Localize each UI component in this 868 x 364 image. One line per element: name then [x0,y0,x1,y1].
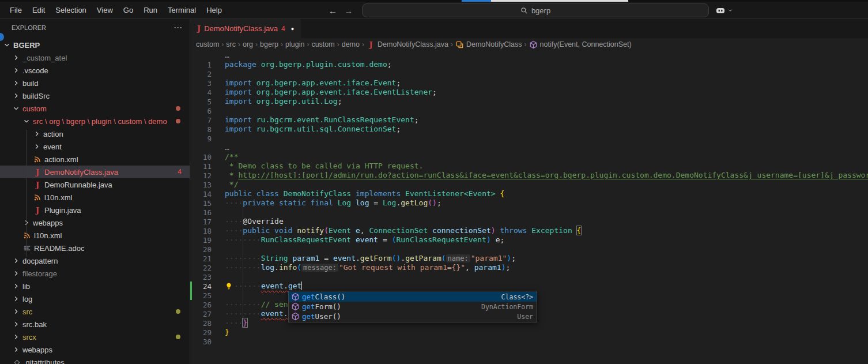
code-line[interactable]: 12 * http://[host]:[port]/admin/run.do?a… [190,171,868,180]
breadcrumb-item[interactable]: DemoNotifyClass [455,40,522,49]
code-line[interactable]: … [190,143,868,152]
code-line[interactable]: 29} [190,328,868,337]
menu-selection[interactable]: Selection [50,2,91,19]
code-line[interactable]: 23 [190,272,868,282]
tree-item[interactable]: event [0,140,190,153]
tab-demonotifyclass[interactable]: J DemoNotifyClass.java 4 ● [190,19,301,38]
chevron-down-icon [2,40,12,50]
code-line[interactable]: 1package org.bgerp.plugin.custom.demo; [190,60,868,69]
tab-bar: J DemoNotifyClass.java 4 ● [190,19,868,38]
code-line[interactable]: 6 [190,106,868,115]
tree-item[interactable]: buildSrc [0,89,190,102]
gutter [190,143,192,152]
tree-item[interactable]: docpattern [0,254,190,267]
line-number: 25 [192,291,212,300]
indent-guide [243,198,243,328]
code-line[interactable]: … [190,51,868,60]
menu-terminal[interactable]: Terminal [163,2,201,19]
tree-item[interactable]: JPlugin.java [0,204,190,216]
code-line[interactable]: 18····public void notify(Event e, Connec… [190,226,868,235]
more-actions-icon[interactable]: ⋯ [173,22,183,33]
tree-item[interactable]: log [0,292,190,305]
breadcrumb-item[interactable]: demo [342,40,360,48]
code-line[interactable]: 21········String param1 = event.getForm(… [190,254,868,263]
tree-item[interactable]: JDemoNotifyClass.java4 [0,166,190,178]
breadcrumb-item[interactable]: src [226,40,236,48]
code-line[interactable]: 22········log.info(message:"Got request … [190,263,868,272]
code-line[interactable]: 9 [190,134,868,143]
tree-item[interactable]: action [0,127,190,140]
tree-item[interactable]: lib [0,280,190,292]
code-line[interactable]: 5import org.bgerp.util.Log; [190,97,868,106]
code-editor[interactable]: …1package org.bgerp.plugin.custom.demo;2… [190,51,868,364]
chevron-down-icon [727,7,733,13]
tree-item[interactable]: l10n.xml [0,191,190,204]
code-line[interactable]: 10/** [190,152,868,162]
code-line[interactable]: 7import ru.bgcrm.event.RunClassRequestEv… [190,115,868,125]
breadcrumb-item[interactable]: custom [311,40,334,48]
breadcrumb-item[interactable]: JDemoNotifyClass.java [367,40,448,49]
tree-item-root[interactable]: BGERP [0,39,190,51]
breadcrumb-separator: › [524,40,527,48]
tree-item[interactable]: .vscode [0,64,190,77]
menu-view[interactable]: View [92,2,118,19]
tree-item[interactable]: action.xml [0,153,190,166]
breadcrumb-item[interactable]: custom [196,40,219,48]
tree-item[interactable]: src \ org \ bgerp \ plugin \ custom \ de… [0,115,190,127]
code-line[interactable]: 13 */ [190,180,868,189]
menu-file[interactable]: File [5,2,27,19]
breadcrumb-item[interactable]: bgerp [260,40,278,48]
line-number: 16 [192,208,212,217]
tree-item[interactable]: l10n.xml [0,229,190,242]
back-button[interactable]: ← [329,6,337,16]
tree-item[interactable]: filestorage [0,267,190,280]
chevron-right-icon [12,66,21,75]
code-line[interactable]: 15····private static final Log log = Log… [190,198,868,208]
code-line[interactable]: 17····@Override [190,217,868,226]
tree-item[interactable]: webapps [0,343,190,356]
java-file-icon: J [197,24,201,33]
breadcrumb-item[interactable]: notify(Event, ConnectionSet) [529,40,632,49]
tree-item[interactable]: src.bak [0,318,190,331]
chevron-right-icon [12,294,21,303]
breadcrumb-item[interactable]: org [243,40,253,48]
line-number: 18 [192,227,212,235]
code-line[interactable]: 2 [190,69,868,78]
code-line[interactable]: 14public class DemoNotifyClass implement… [190,189,868,198]
code-line[interactable]: 30 [190,337,868,346]
breadcrumb-item[interactable]: plugin [285,40,304,48]
code-line[interactable]: 4import org.bgerp.app.event.iface.EventL… [190,88,868,97]
tree-item[interactable]: build [0,77,190,89]
menu-run[interactable]: Run [138,2,163,19]
tree-item[interactable]: srcx [0,331,190,343]
code-line[interactable]: 3import org.bgerp.app.event.iface.Event; [190,78,868,88]
line-number: 19 [192,236,212,245]
menu-help[interactable]: Help [201,2,227,19]
suggestion-item[interactable]: getForm()DynActionForm [289,302,537,312]
tree-item[interactable]: _custom_atel [0,51,190,64]
copilot-menu[interactable] [715,2,733,19]
menu-go[interactable]: Go [118,2,138,19]
menu-edit[interactable]: Edit [27,2,50,19]
tree-item[interactable]: JDemoRunnable.java [0,178,190,191]
tree-item[interactable]: .gitattributes [0,356,190,364]
code-line[interactable]: 8import ru.bgcrm.util.sql.ConnectionSet; [190,125,868,134]
code-line[interactable]: 24······event.get [190,282,868,291]
suggestion-item[interactable]: getUser()User [289,312,537,321]
code-line[interactable]: 19········RunClassRequestEvent event = (… [190,235,868,245]
code-line[interactable]: 20 [190,245,868,254]
command-center-search[interactable]: bgerp [362,3,709,17]
tree-item[interactable]: webapps [0,216,190,229]
code-line[interactable]: 16 [190,208,868,217]
suggestion-item[interactable]: getClass()Class<?> [289,292,537,302]
forward-button[interactable]: → [344,6,353,16]
tree-item[interactable]: src [0,305,190,318]
code-line[interactable]: 11 * Demo class to be called via HTTP re… [190,162,868,171]
breadcrumb-separator: › [281,40,283,48]
chevron-right-icon [12,78,21,88]
modified-indicator[interactable]: ● [291,26,294,32]
line-number: 24 [192,282,212,291]
tree-item[interactable]: README.adoc [0,242,190,254]
chevron-down-icon [12,104,21,113]
tree-item[interactable]: custom [0,102,190,115]
